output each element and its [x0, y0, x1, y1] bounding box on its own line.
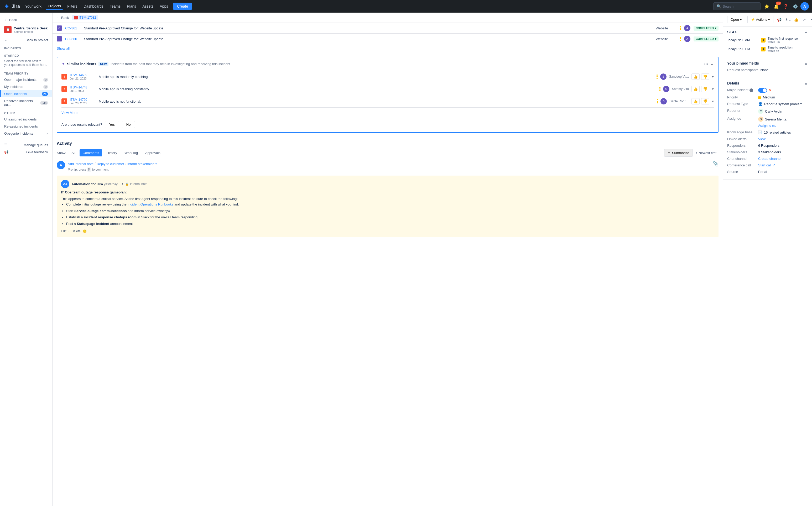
- stakeholders-label: Stakeholders: [727, 150, 756, 154]
- incident-id-2[interactable]: ITSM-14720: [70, 98, 96, 101]
- nav-teams[interactable]: Teams: [108, 3, 123, 9]
- note-footer: Edit · Delete 🙂: [61, 229, 714, 233]
- itsm-badge[interactable]: ITSM-17032: [72, 15, 98, 20]
- tab-worklog[interactable]: Work log: [121, 149, 141, 156]
- sidebar-item-open-incidents[interactable]: Open incidents 24: [0, 90, 52, 97]
- tab-approvals[interactable]: Approvals: [142, 149, 164, 156]
- request-type-row: Request Type 👤 Report a system problem: [727, 102, 808, 106]
- org-subtitle: Service project: [14, 30, 48, 33]
- no-button[interactable]: No: [122, 121, 135, 128]
- add-internal-note-link[interactable]: Add internal note: [68, 162, 93, 166]
- user-avatar[interactable]: A: [800, 2, 809, 10]
- create-button[interactable]: Create: [173, 3, 192, 10]
- org-name: Central Service Desk: [14, 26, 48, 30]
- thumbs-down-2[interactable]: 👎: [701, 98, 709, 104]
- sidebar-back-btn[interactable]: ← Back: [0, 16, 52, 24]
- nav-apps[interactable]: Apps: [158, 3, 170, 9]
- tab-comments[interactable]: Comments: [80, 149, 102, 156]
- sort-icon: ↕: [696, 151, 698, 155]
- sidebar-item-resolved[interactable]: Resolved incidents (la... 238: [0, 97, 52, 108]
- summarize-button[interactable]: ✦ Summarize: [664, 149, 693, 157]
- search-bar[interactable]: 🔍 Search: [713, 2, 760, 10]
- runbooks-link[interactable]: Incident Operations Runbooks: [127, 202, 173, 206]
- sidebar-item-reassigned[interactable]: Re-assigned incidents: [0, 123, 52, 130]
- nav-filters[interactable]: Filters: [65, 3, 79, 9]
- slas-collapse-icon[interactable]: ▲: [804, 30, 808, 34]
- announce-icon-btn[interactable]: 📢: [776, 16, 783, 23]
- change-id-0[interactable]: CO-361: [65, 26, 81, 30]
- start-call-link[interactable]: Start call ↗: [758, 163, 776, 167]
- actions-button[interactable]: ⚡ Actions ▾: [747, 16, 773, 23]
- share-icon-btn[interactable]: ↗: [801, 16, 808, 23]
- assign-to-me-link[interactable]: Assign to me: [758, 124, 776, 128]
- back-chevron-icon: ←: [57, 16, 60, 20]
- delete-link[interactable]: Delete: [71, 229, 81, 233]
- edit-link[interactable]: Edit: [61, 229, 66, 233]
- incident-title-0: Mobile app is randomly crashing.: [99, 75, 654, 79]
- change-id-1[interactable]: CO-360: [65, 37, 81, 41]
- nav-dashboards[interactable]: Dashboards: [81, 3, 105, 9]
- actions-chevron-icon: ▾: [768, 18, 770, 21]
- status-chevron-0: ▾: [715, 26, 717, 30]
- back-project-label: Back to project: [25, 38, 48, 42]
- bullet-1-bold: Service outage communications: [74, 209, 127, 213]
- thumbsup-icon-btn[interactable]: 👍: [792, 16, 800, 23]
- view-more-link[interactable]: View More: [62, 108, 714, 118]
- nav-projects[interactable]: Projects: [46, 3, 63, 10]
- sidebar-manage-queues[interactable]: ☰ Manage queues: [0, 142, 52, 149]
- linked-alerts-link[interactable]: View: [758, 137, 765, 141]
- sidebar-back-to-project[interactable]: ← Back to project: [0, 36, 52, 44]
- thumbs-up-0[interactable]: 👍: [691, 74, 699, 80]
- my-incidents-label: My incidents: [4, 85, 23, 89]
- expand-btn-2[interactable]: ▾: [712, 99, 714, 103]
- open-button[interactable]: Open ▾: [727, 16, 745, 23]
- help-btn[interactable]: ❓: [782, 2, 790, 10]
- watch-icon-btn[interactable]: 👁 1: [784, 16, 791, 23]
- incident-info-0: ITSM-14609 Jun 21, 2023: [70, 73, 96, 80]
- emoji-btn[interactable]: 🙂: [83, 229, 87, 233]
- back-arrow-icon: ←: [4, 18, 8, 22]
- more-icon-btn[interactable]: •••: [809, 16, 812, 23]
- sidebar-item-opsgenie[interactable]: Opsgenie incidents ↗: [0, 130, 52, 137]
- show-all-link[interactable]: Show all: [53, 45, 723, 53]
- incident-id-1[interactable]: ITSM-14748: [70, 86, 96, 89]
- similar-more-icon[interactable]: •••: [704, 62, 708, 66]
- thumbs-up-1[interactable]: 👍: [691, 86, 699, 92]
- status-badge-0[interactable]: COMPLETED ▾: [693, 26, 719, 31]
- tab-all[interactable]: All: [68, 149, 78, 156]
- status-badge-1[interactable]: COMPLETED ▾: [693, 36, 719, 41]
- sidebar-item-unassigned[interactable]: Unassigned incidents: [0, 116, 52, 123]
- nav-plans[interactable]: Plans: [125, 3, 138, 9]
- sort-button[interactable]: ↕ Newest first: [694, 149, 719, 156]
- expand-btn-1[interactable]: ▾: [712, 87, 714, 91]
- sidebar-give-feedback[interactable]: 📢 Give feedback: [0, 149, 52, 156]
- thumbs-down-1[interactable]: 👎: [701, 86, 709, 92]
- incident-id-0[interactable]: ITSM-14609: [70, 73, 96, 77]
- notifications-btn[interactable]: 🔔9+: [772, 2, 781, 10]
- sidebar-item-open-major[interactable]: Open major incidents 0: [0, 76, 52, 83]
- similar-collapse-icon[interactable]: ▲: [710, 62, 714, 66]
- thumbs-down-0[interactable]: 👎: [701, 74, 709, 80]
- create-channel-link[interactable]: Create channel: [758, 157, 781, 161]
- yes-button[interactable]: Yes: [105, 121, 119, 128]
- thumbs-up-2[interactable]: 👍: [691, 98, 699, 104]
- reply-to-customer-link[interactable]: Reply to customer: [97, 162, 124, 166]
- settings-btn[interactable]: ⚙️: [791, 2, 799, 10]
- major-incident-toggle-btn[interactable]: [758, 88, 767, 93]
- info-icon[interactable]: i: [749, 88, 753, 92]
- open-incidents-count: 24: [42, 92, 48, 96]
- pinned-collapse-icon[interactable]: ▲: [804, 61, 808, 65]
- main-content: ← Back ITSM-17032 ⬡ CO-361 Standard Pre-…: [53, 13, 723, 506]
- sidebar-item-my-incidents[interactable]: My incidents 0: [0, 83, 52, 90]
- external-link-icon: ↗: [772, 163, 776, 167]
- inform-stakeholders-link[interactable]: Inform stakeholders: [127, 162, 157, 166]
- thumbs-2: 👍 👎: [691, 98, 709, 104]
- attach-icon[interactable]: 📎: [713, 161, 719, 167]
- tab-history[interactable]: History: [103, 149, 120, 156]
- nav-your-work[interactable]: Your work: [23, 3, 44, 9]
- nav-assets[interactable]: Assets: [140, 3, 155, 9]
- expand-btn-0[interactable]: ▾: [712, 75, 714, 79]
- back-button[interactable]: ← Back: [57, 16, 69, 20]
- details-collapse-icon[interactable]: ▲: [804, 81, 808, 85]
- star-icon-btn[interactable]: ⭐: [763, 2, 771, 10]
